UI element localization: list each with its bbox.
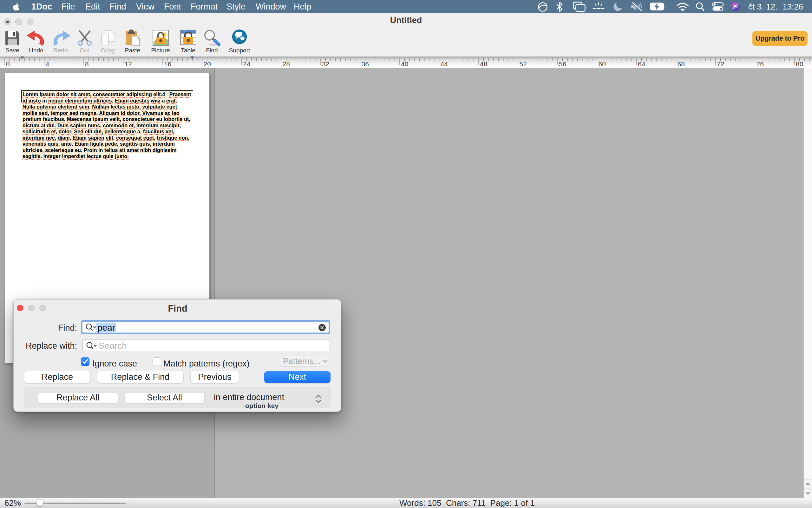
svg-text:60: 60	[598, 60, 606, 68]
svg-text:20: 20	[204, 60, 211, 68]
svg-text:48: 48	[480, 60, 487, 68]
svg-text:8: 8	[85, 60, 89, 68]
svg-text:24: 24	[243, 60, 251, 68]
svg-text:32: 32	[322, 60, 329, 68]
svg-text:4: 4	[46, 60, 49, 68]
svg-text:16: 16	[164, 60, 171, 68]
svg-text:28: 28	[283, 60, 290, 68]
svg-text:76: 76	[757, 60, 764, 68]
svg-text:36: 36	[362, 60, 369, 68]
svg-text:12: 12	[125, 60, 132, 68]
svg-text:40: 40	[401, 60, 408, 68]
svg-text:52: 52	[520, 60, 527, 68]
svg-text:68: 68	[678, 60, 685, 68]
svg-text:56: 56	[559, 60, 566, 68]
svg-text:80: 80	[796, 60, 803, 68]
svg-text:64: 64	[638, 60, 645, 68]
svg-text:0: 0	[6, 60, 10, 68]
svg-text:44: 44	[441, 60, 448, 68]
svg-text:72: 72	[717, 60, 724, 68]
